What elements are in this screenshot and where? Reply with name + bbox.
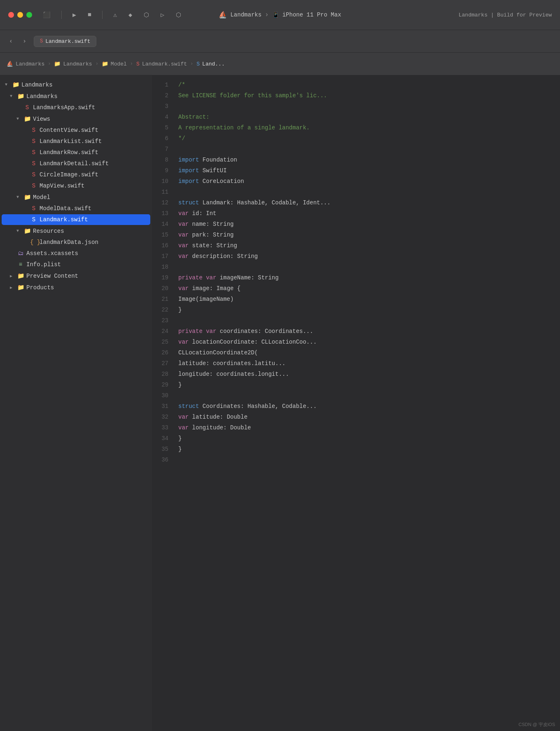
- sidebar-item-circleimage[interactable]: S CircleImage.swift: [2, 169, 150, 180]
- code-line-20: var image: Image {: [175, 283, 560, 294]
- title-sep-1: ›: [265, 11, 269, 19]
- file-tab-landmark[interactable]: S Landmark.swift: [34, 36, 96, 47]
- toolbar: ‹ › S Landmark.swift: [0, 30, 560, 53]
- code-line-13: var id: Int: [175, 208, 560, 219]
- code-line-14: var name: String: [175, 219, 560, 230]
- code-content: 1234567891011121314151617181920212223242…: [152, 75, 560, 731]
- code-line-31: struct Coordinates: Hashable, Codable...: [175, 401, 560, 412]
- code-line-24: private var coordinates: Coordinates...: [175, 326, 560, 337]
- scheme-icon[interactable]: ▷: [158, 9, 167, 21]
- file-navigator[interactable]: ▼ 📁 Landmarks ▼ 📁 Landmarks S LandmarksA…: [0, 75, 152, 731]
- sidebar-item-label-landmark: Landmark.swift: [40, 216, 88, 223]
- sidebar-item-landmarksapp[interactable]: S LandmarksApp.swift: [2, 102, 150, 113]
- code-line-23: [175, 315, 560, 326]
- sidebar-item-label-landmarkrow: LandmarkRow.swift: [40, 149, 98, 156]
- sidebar-item-landmarkdetail[interactable]: S LandmarkDetail.swift: [2, 158, 150, 169]
- bc-sep-2: ›: [96, 61, 98, 67]
- sidebar-item-landmark[interactable]: S Landmark.swift: [2, 214, 150, 225]
- location-icon[interactable]: ◆: [126, 9, 135, 21]
- sidebar-item-resources[interactable]: ▼ 📁 Resources: [2, 225, 150, 237]
- breadcrumb-model[interactable]: 📁 Model: [102, 61, 127, 67]
- memory-icon[interactable]: ⬡: [141, 9, 152, 21]
- sidebar-item-model[interactable]: ▼ 📁 Model: [2, 192, 150, 203]
- sidebar-item-label-assets: Assets.xcassets: [26, 250, 78, 257]
- breadcrumb-landmarks-project[interactable]: ⛵ Landmarks: [7, 61, 44, 67]
- folder-icon-model: 📁: [23, 194, 31, 201]
- swift-icon-landmark: S: [30, 216, 37, 223]
- sidebar-item-contentview[interactable]: S ContentView.swift: [2, 125, 150, 136]
- swift-icon-landmarklist: S: [30, 138, 37, 145]
- swift-icon-modeldata: S: [30, 205, 37, 212]
- sidebar-item-mapview[interactable]: S MapView.swift: [2, 180, 150, 191]
- forward-nav-icon[interactable]: ›: [20, 36, 29, 47]
- sidebar-item-assets[interactable]: 🗂 Assets.xcassets: [2, 248, 150, 259]
- code-line-1: /*: [175, 80, 560, 90]
- line-numbers: 1234567891011121314151617181920212223242…: [152, 79, 175, 728]
- sidebar-item-label-landmarkdetail: LandmarkDetail.swift: [40, 160, 109, 167]
- code-line-10: import CoreLocation: [175, 176, 560, 187]
- swift-icon-mapview: S: [30, 183, 37, 189]
- sidebar-item-landmarks-group[interactable]: ▼ 📁 Landmarks: [2, 91, 150, 102]
- code-editor[interactable]: 1234567891011121314151617181920212223242…: [152, 75, 560, 731]
- sidebar-item-landmarkrow[interactable]: S LandmarkRow.swift: [2, 147, 150, 158]
- folder-icon-resources: 📁: [23, 227, 31, 234]
- sidebar-item-landmarklist[interactable]: S LandmarkList.swift: [2, 136, 150, 147]
- traffic-lights: [8, 12, 32, 18]
- project-icon: ⛵: [219, 11, 227, 19]
- swift-icon-contentview: S: [30, 127, 37, 134]
- minimize-button[interactable]: [17, 12, 23, 18]
- code-line-7: [175, 144, 560, 155]
- bc-symbol-name: Land...: [202, 61, 225, 67]
- breadcrumb-symbol[interactable]: S Land...: [196, 61, 224, 67]
- file-tab-name: Landmark.swift: [45, 38, 90, 45]
- folder-icon-products: 📁: [17, 284, 24, 291]
- code-line-8: import Foundation: [175, 155, 560, 165]
- bc-sep-4: ›: [190, 61, 193, 67]
- sidebar-item-previewcontent[interactable]: ▶ 📁 Preview Content: [2, 270, 150, 281]
- code-line-28: longitude: coordinates.longit...: [175, 369, 560, 380]
- model-chevron: ▼: [16, 195, 21, 199]
- code-line-18: [175, 262, 560, 272]
- sidebar-item-infoplist[interactable]: ≡ Info.plist: [2, 259, 150, 270]
- sidebar-item-products[interactable]: ▶ 📁 Products: [2, 282, 150, 293]
- bc-sep-3: ›: [130, 61, 133, 67]
- landmarks-group-chevron: ▼: [10, 94, 15, 98]
- code-line-33: var longitude: Double: [175, 422, 560, 433]
- bc-model-name: Model: [111, 61, 127, 67]
- address-icon[interactable]: ⬡: [173, 9, 184, 21]
- sidebar-root[interactable]: ▼ 📁 Landmarks: [2, 79, 150, 90]
- device-icon: 📱: [272, 12, 279, 19]
- back-nav-icon[interactable]: ‹: [7, 36, 15, 47]
- fullscreen-button[interactable]: [26, 12, 32, 18]
- run-button[interactable]: ▶: [70, 9, 79, 21]
- sidebar-item-label-infoplist: Info.plist: [26, 261, 61, 268]
- sidebar-item-landmarkdata[interactable]: { } landmarkData.json: [2, 237, 150, 248]
- sidebar-item-label-circleimage: CircleImage.swift: [40, 171, 98, 178]
- file-tabs: S Landmark.swift: [34, 36, 553, 47]
- build-status: Landmarks | Build for Preview: [459, 12, 552, 18]
- sidebar-item-views[interactable]: ▼ 📁 Views: [2, 113, 150, 124]
- swift-icon-landmarkrow: S: [30, 149, 37, 156]
- main-layout: ▼ 📁 Landmarks ▼ 📁 Landmarks S LandmarksA…: [0, 75, 560, 731]
- code-line-35: }: [175, 444, 560, 455]
- stop-button[interactable]: ■: [85, 10, 94, 20]
- swift-icon-landmarksapp: S: [23, 104, 31, 111]
- bc-sep-1: ›: [48, 61, 51, 67]
- plist-icon-info: ≡: [17, 261, 24, 268]
- toolbar-separator-2: [102, 11, 103, 19]
- sidebar-toggle-icon[interactable]: ⬛: [40, 9, 53, 21]
- root-icon: 📁: [12, 81, 19, 88]
- code-line-36: [175, 455, 560, 465]
- breakpoint-icon[interactable]: ⚠: [111, 9, 119, 21]
- project-name: Landmarks: [230, 12, 261, 18]
- sidebar-item-label-model: Model: [33, 194, 50, 201]
- sidebar-item-label-landmarks-group: Landmarks: [26, 93, 58, 100]
- sidebar-item-modeldata[interactable]: S ModelData.swift: [2, 203, 150, 214]
- breadcrumb-landmarks-folder[interactable]: 📁 Landmarks: [54, 61, 92, 67]
- bc-proj-icon: ⛵: [7, 61, 13, 67]
- title-center: ⛵ Landmarks › 📱 iPhone 11 Pro Max: [219, 11, 341, 19]
- close-button[interactable]: [8, 12, 14, 18]
- views-chevron: ▼: [16, 117, 21, 121]
- code-line-30: [175, 390, 560, 401]
- breadcrumb-landmark-swift[interactable]: S Landmark.swift: [136, 61, 187, 67]
